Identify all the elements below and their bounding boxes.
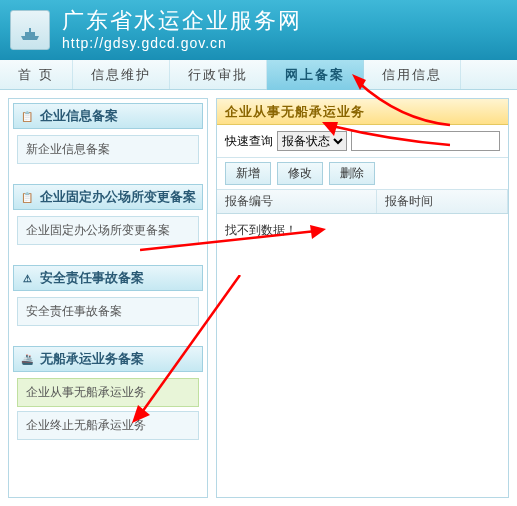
main-title: 企业从事无船承运业务 — [217, 99, 508, 125]
nav-approval[interactable]: 行政审批 — [170, 60, 267, 90]
search-input[interactable] — [351, 131, 500, 151]
warning-icon: ⚠ — [20, 271, 34, 285]
sidebar-item-nvocc-engage[interactable]: 企业从事无船承运业务 — [17, 378, 199, 407]
sidebar-item-nvocc-terminate[interactable]: 企业终止无船承运业务 — [17, 411, 199, 440]
panel-title: 安全责任事故备案 — [40, 269, 144, 287]
app-header: 广东省水运企业服务网 http://gdsy.gdcd.gov.cn — [0, 0, 517, 60]
clipboard-icon: 📋 — [20, 190, 34, 204]
app-logo — [10, 10, 50, 50]
panel-header-safety[interactable]: ⚠ 安全责任事故备案 — [13, 265, 203, 291]
app-title: 广东省水运企业服务网 — [62, 8, 302, 34]
panel-title: 企业信息备案 — [40, 107, 118, 125]
table-header: 报备编号 报备时间 — [217, 190, 508, 214]
search-field-select[interactable]: 报备状态 — [277, 131, 347, 151]
delete-button[interactable]: 删除 — [329, 162, 375, 185]
app-url: http://gdsy.gdcd.gov.cn — [62, 35, 302, 52]
quick-search-label: 快速查询 — [225, 133, 273, 150]
sidebar-item-office-change[interactable]: 企业固定办公场所变更备案 — [17, 216, 199, 245]
nav-filing[interactable]: 网上备案 — [267, 60, 364, 90]
nav-info[interactable]: 信息维护 — [73, 60, 170, 90]
sidebar-item-safety[interactable]: 安全责任事故备案 — [17, 297, 199, 326]
panel-header-enterprise-info[interactable]: 📋 企业信息备案 — [13, 103, 203, 129]
nav-credit[interactable]: 信用信息 — [364, 60, 461, 90]
panel-header-nvocc[interactable]: 🚢 无船承运业务备案 — [13, 346, 203, 372]
sidebar-item-new-enterprise[interactable]: 新企业信息备案 — [17, 135, 199, 164]
column-filing-time[interactable]: 报备时间 — [377, 190, 508, 213]
nav-home[interactable]: 首 页 — [0, 60, 73, 90]
column-filing-no[interactable]: 报备编号 — [217, 190, 377, 213]
ship-icon: 🚢 — [20, 352, 34, 366]
panel-header-office-change[interactable]: 📋 企业固定办公场所变更备案 — [13, 184, 203, 210]
add-button[interactable]: 新增 — [225, 162, 271, 185]
ship-icon — [18, 18, 42, 42]
search-toolbar: 快速查询 报备状态 — [217, 125, 508, 158]
main-nav: 首 页 信息维护 行政审批 网上备案 信用信息 — [0, 60, 517, 90]
table-body: 找不到数据！ — [217, 214, 508, 497]
edit-button[interactable]: 修改 — [277, 162, 323, 185]
empty-message: 找不到数据！ — [225, 223, 297, 237]
panel-title: 企业固定办公场所变更备案 — [40, 188, 196, 206]
action-bar: 新增 修改 删除 — [217, 158, 508, 190]
sidebar: 📋 企业信息备案 新企业信息备案 📋 企业固定办公场所变更备案 企业固定办公场所… — [8, 98, 208, 498]
clipboard-icon: 📋 — [20, 109, 34, 123]
panel-title: 无船承运业务备案 — [40, 350, 144, 368]
main-panel: 企业从事无船承运业务 快速查询 报备状态 新增 修改 删除 报备编号 报备时间 … — [216, 98, 509, 498]
